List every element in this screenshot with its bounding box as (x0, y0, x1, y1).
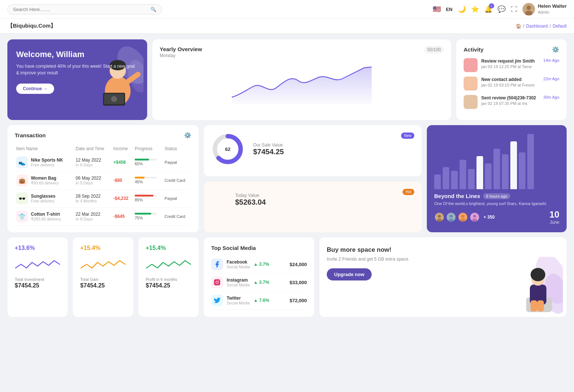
stat-pct: +13.6% (15, 245, 60, 251)
progress-bar (135, 213, 151, 215)
donut-chart: 62 (211, 133, 244, 166)
item-days: In 8 Days (75, 217, 110, 221)
social-icon (211, 276, 223, 288)
yearly-title: Yearly Overview (160, 46, 202, 52)
beyond-title-row: Beyond the Lines 6 hours ago (434, 193, 559, 199)
social-pct: ▲ 7.6% (254, 298, 269, 303)
user-role: Admin (538, 10, 567, 15)
item-name-cell: 👟 Nike Sports NK Free delivery (15, 153, 74, 172)
item-sub: Free delivery (31, 199, 56, 203)
today-label: Today Value (235, 193, 266, 198)
avatar-4 (470, 212, 480, 222)
svg-point-11 (111, 96, 117, 102)
fullscreen-icon[interactable]: ⛶ (511, 6, 517, 13)
stats-container: +13.6% Total Investment $7454.25 +15.4% … (7, 237, 199, 317)
notification-icon[interactable]: 🔔1 (484, 5, 492, 13)
svg-rect-35 (531, 300, 537, 311)
social-name-group: Instagram Social Media (227, 278, 250, 287)
social-name: Facebook (227, 259, 250, 265)
social-amount: $72,000 (290, 298, 307, 303)
item-icon: 👜 (16, 174, 28, 186)
activity-avatar (464, 77, 478, 91)
beyond-bar (460, 160, 466, 189)
item-date: 22 Mar 2022 (75, 212, 110, 217)
activity-detail: jan 02 19 07:35 PM at Iris (481, 101, 540, 106)
social-item: Facebook Social Media ▲ 3.7% $24,000 (211, 255, 307, 273)
plus-count: + 350 (483, 215, 495, 220)
search-input[interactable] (13, 7, 148, 12)
activity-time: 30m Ago (543, 95, 559, 99)
svg-point-34 (531, 268, 545, 281)
activity-title: Activity (464, 46, 483, 53)
item-sub: ₹83.65 delivery (31, 181, 59, 186)
item-icon: 👟 (16, 156, 28, 168)
social-pct: ▲ 3.7% (254, 280, 269, 285)
transaction-header: Transaction ⚙️ (15, 132, 191, 139)
brand-logo: 【Biqubiqu.Com】 (7, 22, 56, 29)
table-header: Income (112, 144, 133, 153)
flag-icon: 🇺🇸 (433, 5, 441, 13)
upgrade-button[interactable]: Upgrade now (327, 268, 372, 280)
progress-cell: 45% (133, 172, 163, 190)
item-name-cell: 🕶️ Sunglasses Free delivery (15, 190, 74, 208)
transaction-settings[interactable]: ⚙️ (184, 132, 191, 139)
breadcrumb-dashboard[interactable]: Dashboard (526, 24, 548, 29)
search-bar[interactable]: 🔍 (7, 4, 162, 14)
continue-button[interactable]: Continue → (16, 84, 54, 94)
yearly-chart (160, 60, 444, 105)
progress-pct: 75% (135, 216, 162, 220)
table-header: Item Name (15, 144, 74, 153)
theme-toggle[interactable]: 🌙 (458, 5, 466, 13)
activity-name: Review request jim Smith (481, 59, 535, 64)
wave-chart (146, 255, 191, 273)
beyond-bar (434, 174, 441, 189)
activity-text: New contact added jan 02 19 03:10 PM at … (481, 77, 540, 87)
activity-settings[interactable]: ⚙️ (552, 46, 559, 53)
svg-rect-36 (537, 300, 544, 311)
sale-column: 62 Our Sale Value $7454.25 New Today Val… (204, 125, 422, 232)
social-name-group: Twitter Social Media (227, 296, 250, 305)
beyond-card: Beyond the Lines 6 hours ago One Of the … (427, 125, 567, 232)
yearly-header: Yearly Overview Monday 50/100 (160, 46, 444, 58)
date-cell: 12 May 2022 In 6 Days (74, 153, 112, 172)
progress-bar (135, 195, 153, 197)
item-name: Cotton T-shirt (31, 212, 61, 217)
user-text: Helen Walter Admin (538, 3, 567, 15)
stat-label: Profit in 6 months (146, 277, 191, 282)
home-icon[interactable]: 🏠 (516, 24, 521, 29)
social-amount: $24,000 (290, 262, 307, 267)
svg-point-25 (472, 219, 477, 222)
item-days: In 5 Days (75, 181, 110, 185)
sale-top: 62 Our Sale Value $7454.25 New (211, 133, 414, 166)
buy-title: Buy more space now! (327, 246, 559, 254)
language-label[interactable]: EN (446, 7, 453, 12)
date-num: 10 (549, 209, 559, 220)
wave-chart (15, 255, 60, 273)
activity-time: 22m Ago (543, 77, 559, 81)
social-name-group: Facebook Social Media (227, 259, 250, 269)
beyond-bar (493, 149, 500, 189)
today-info: Today Value $5263.04 (235, 193, 266, 206)
main-content: Welcome, William You have completed 40% … (0, 33, 574, 323)
svg-point-21 (461, 215, 465, 218)
activity-detail: jan 02 19 03:10 PM at Fresno (481, 83, 540, 87)
table-header: Progress (133, 144, 163, 153)
star-icon[interactable]: ⭐ (471, 5, 479, 13)
beyond-ago: 6 hours ago (483, 193, 510, 199)
progress-bar-wrap (135, 213, 157, 215)
social-sub: Social Media (227, 265, 250, 269)
avatar-3 (458, 212, 468, 222)
user-profile[interactable]: Helen Walter Admin (522, 3, 567, 15)
progress-bar-wrap (135, 177, 157, 179)
activity-text: Sent review (504)236-7302 jan 02 19 07:3… (481, 95, 540, 106)
item-name: Nike Sports NK (31, 158, 63, 163)
avatar-2 (446, 212, 456, 222)
date-cell: 06 May 2022 In 5 Days (74, 172, 112, 190)
date-box: 10 June (549, 209, 559, 225)
message-icon[interactable]: 💬 (497, 5, 506, 13)
breadcrumb-sep2: / (550, 24, 551, 29)
search-icon: 🔍 (150, 7, 156, 12)
status-cell: Credit Card (163, 172, 191, 190)
item-days: In 6 Days (75, 163, 110, 167)
activity-item: Review request jim Smith jan 03 19 12:25… (464, 58, 559, 72)
